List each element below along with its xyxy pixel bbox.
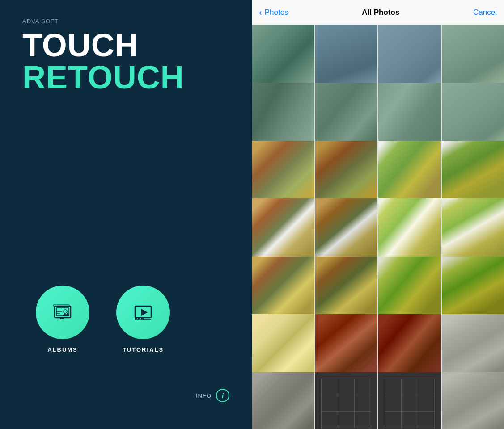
app-title: TOUCH RETOUCH — [22, 29, 229, 93]
back-chevron-icon: ‹ — [259, 7, 262, 17]
brand-name: ADVA SOFT — [22, 18, 229, 25]
info-row: INFO i — [22, 389, 229, 402]
photo-cell-17[interactable] — [252, 257, 314, 319]
albums-label: ALBUMS — [47, 346, 78, 353]
app-title-touch: TOUCH — [22, 29, 229, 61]
app-title-retouch: RETOUCH — [22, 61, 229, 93]
cancel-button[interactable]: Cancel — [473, 8, 497, 17]
buttons-row: ALBUMS TUTORIALS — [22, 286, 229, 353]
photo-cell-4[interactable] — [442, 25, 504, 88]
photo-cell-28[interactable] — [442, 372, 504, 429]
photo-cell-19[interactable] — [378, 257, 441, 319]
photo-cell-8[interactable] — [442, 83, 504, 145]
back-label: Photos — [265, 8, 288, 17]
photo-cell-24[interactable] — [442, 314, 504, 377]
albums-icon — [52, 302, 73, 323]
photo-cell-9[interactable] — [252, 141, 314, 203]
photo-cell-3[interactable] — [378, 25, 441, 88]
photo-cell-25[interactable] — [252, 372, 314, 429]
nav-title: All Photos — [362, 8, 399, 17]
photo-cell-18[interactable] — [315, 257, 378, 319]
photo-cell-16[interactable] — [442, 198, 504, 261]
svg-marker-9 — [141, 309, 148, 316]
photo-grid — [252, 25, 504, 429]
photo-cell-21[interactable] — [252, 314, 314, 377]
photo-cell-10[interactable] — [315, 141, 378, 203]
photo-cell-26[interactable] — [315, 372, 378, 429]
photo-cell-12[interactable] — [442, 141, 504, 203]
back-button[interactable]: ‹ Photos — [259, 7, 288, 17]
info-button[interactable]: i — [216, 389, 229, 402]
photo-cell-6[interactable] — [315, 83, 378, 145]
photo-cell-14[interactable] — [315, 198, 378, 261]
svg-rect-5 — [53, 305, 69, 306]
info-text: INFO — [196, 392, 212, 399]
photo-cell-2[interactable] — [315, 25, 378, 88]
photo-cell-13[interactable] — [252, 198, 314, 261]
albums-button[interactable]: ALBUMS — [36, 286, 89, 353]
photo-cell-20[interactable] — [442, 257, 504, 319]
right-panel: ‹ Photos All Photos Cancel — [252, 0, 504, 429]
svg-point-14 — [141, 318, 142, 319]
photo-cell-1[interactable] — [252, 25, 314, 88]
tutorials-label: TUTORIALS — [123, 346, 164, 353]
nav-bar: ‹ Photos All Photos Cancel — [252, 0, 504, 25]
photo-cell-5[interactable] — [252, 83, 314, 145]
photo-cell-22[interactable] — [315, 314, 378, 377]
left-panel: ADVA SOFT TOUCH RETOUCH ALBUMS — [0, 0, 252, 429]
tutorials-button[interactable]: TUTORIALS — [116, 286, 170, 353]
photo-cell-11[interactable] — [378, 141, 441, 203]
photo-cell-27[interactable] — [378, 372, 441, 429]
photo-cell-15[interactable] — [378, 198, 441, 261]
tutorials-circle — [116, 286, 170, 339]
svg-point-4 — [64, 310, 67, 313]
photo-cell-23[interactable] — [378, 314, 441, 377]
svg-point-13 — [136, 318, 136, 319]
photo-cell-7[interactable] — [378, 83, 441, 145]
albums-circle — [36, 286, 89, 339]
tutorials-icon — [132, 302, 154, 323]
